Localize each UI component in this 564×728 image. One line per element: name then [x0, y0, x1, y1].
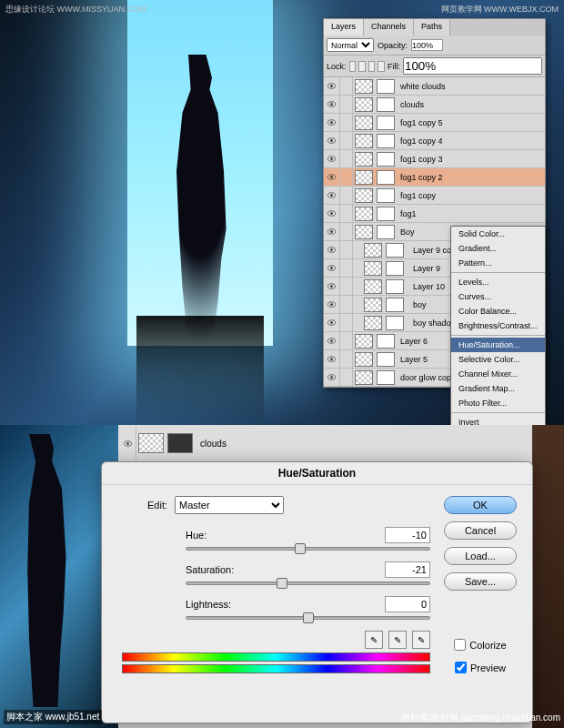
layer-thumb[interactable] [355, 352, 373, 367]
layer-thumb[interactable] [364, 261, 382, 276]
mask-thumb[interactable] [377, 370, 395, 385]
mask-thumb[interactable] [377, 134, 395, 148]
menu-item[interactable]: Brightness/Contrast... [451, 318, 545, 333]
saturation-input[interactable] [385, 561, 430, 578]
tab-layers[interactable]: Layers [324, 19, 364, 35]
mask-thumb[interactable] [377, 79, 395, 94]
visibility-icon[interactable] [324, 187, 340, 204]
layer-row[interactable]: fog1 [324, 205, 545, 223]
load-button[interactable]: Load... [444, 547, 517, 565]
link-column[interactable] [340, 114, 353, 131]
menu-item[interactable]: Channel Mixer... [451, 367, 545, 381]
menu-item[interactable]: Solid Color... [451, 227, 545, 241]
cancel-button[interactable]: Cancel [444, 521, 517, 540]
layer-row[interactable]: clouds [324, 96, 545, 114]
eyedropper-add-icon[interactable]: ✎ [388, 631, 407, 649]
link-column[interactable] [340, 241, 353, 258]
saturation-slider-thumb[interactable] [277, 578, 287, 589]
link-column[interactable] [340, 350, 353, 368]
layer-row[interactable]: fog1 copy [324, 187, 545, 205]
lightness-slider[interactable] [186, 616, 430, 620]
link-column[interactable] [340, 168, 353, 186]
menu-item[interactable]: Color Balance... [451, 304, 545, 318]
visibility-icon[interactable] [324, 96, 340, 113]
visibility-icon[interactable] [324, 332, 340, 349]
hue-input[interactable] [385, 527, 430, 543]
link-column[interactable] [340, 314, 353, 331]
menu-item[interactable]: Hue/Saturation... [451, 338, 545, 352]
menu-item[interactable]: Selective Color... [451, 352, 545, 367]
visibility-icon[interactable] [324, 205, 340, 222]
link-column[interactable] [340, 332, 353, 349]
tab-channels[interactable]: Channels [364, 19, 414, 35]
opacity-input[interactable] [411, 39, 443, 51]
visibility-icon[interactable] [324, 278, 340, 295]
link-column[interactable] [340, 132, 353, 149]
mask-thumb[interactable] [377, 152, 395, 167]
layer-thumb[interactable] [355, 79, 373, 94]
link-column[interactable] [340, 150, 353, 167]
mask-thumb[interactable] [167, 433, 193, 453]
mask-thumb[interactable] [386, 243, 404, 258]
mask-thumb[interactable] [386, 316, 404, 330]
layer-thumb[interactable] [355, 170, 373, 185]
link-column[interactable] [340, 205, 353, 222]
visibility-icon[interactable] [324, 150, 340, 167]
menu-item[interactable]: Curves... [451, 289, 545, 304]
visibility-icon[interactable] [324, 132, 340, 149]
mask-thumb[interactable] [377, 352, 395, 367]
colorize-checkbox[interactable] [454, 639, 466, 651]
mask-thumb[interactable] [386, 279, 404, 294]
mask-thumb[interactable] [377, 188, 395, 203]
lock-all-icon[interactable] [378, 61, 385, 72]
layer-thumb[interactable] [355, 116, 373, 130]
layer-thumb[interactable] [355, 152, 373, 167]
menu-item[interactable]: Gradient Map... [451, 381, 545, 396]
mask-thumb[interactable] [377, 97, 395, 112]
link-column[interactable] [340, 77, 353, 95]
visibility-icon[interactable] [324, 259, 340, 277]
lightness-input[interactable] [385, 596, 430, 612]
eyedropper-subtract-icon[interactable]: ✎ [412, 631, 430, 649]
save-button[interactable]: Save... [444, 572, 517, 591]
hue-slider[interactable] [186, 547, 430, 551]
layer-thumb[interactable] [355, 97, 373, 112]
visibility-icon[interactable] [324, 114, 340, 131]
visibility-icon[interactable] [324, 223, 340, 240]
layer-thumb[interactable] [355, 225, 373, 239]
layer-thumb[interactable] [364, 316, 382, 330]
layer-row[interactable]: fog1 copy 2 [324, 168, 545, 187]
layer-thumb[interactable] [355, 207, 373, 221]
link-column[interactable] [340, 187, 353, 204]
layer-thumb[interactable] [364, 279, 382, 294]
visibility-icon[interactable] [324, 77, 340, 95]
visibility-icon[interactable] [324, 296, 340, 313]
link-column[interactable] [340, 278, 353, 295]
layer-thumb[interactable] [355, 188, 373, 203]
layer-thumb[interactable] [138, 433, 164, 453]
link-column[interactable] [340, 223, 353, 240]
mask-thumb[interactable] [386, 298, 404, 312]
visibility-icon[interactable] [120, 427, 136, 460]
fill-input[interactable] [403, 57, 542, 75]
tab-paths[interactable]: Paths [414, 19, 450, 35]
menu-item[interactable]: Levels... [451, 275, 545, 289]
link-column[interactable] [340, 96, 353, 113]
mask-thumb[interactable] [377, 225, 395, 239]
mask-thumb[interactable] [377, 170, 395, 185]
visibility-icon[interactable] [324, 314, 340, 331]
layer-thumb[interactable] [355, 370, 373, 385]
menu-item[interactable]: Gradient... [451, 241, 545, 256]
visibility-icon[interactable] [324, 168, 340, 186]
visibility-icon[interactable] [324, 369, 340, 386]
layer-thumb[interactable] [364, 298, 382, 312]
edit-select[interactable]: Master [175, 496, 284, 514]
preview-checkbox[interactable] [455, 662, 467, 673]
layer-thumb[interactable] [355, 134, 373, 148]
layer-row[interactable]: white clouds [324, 77, 545, 96]
menu-item[interactable]: Pattern... [451, 256, 545, 270]
eyedropper-icon[interactable]: ✎ [365, 631, 383, 649]
lock-image-icon[interactable] [358, 61, 366, 72]
link-column[interactable] [340, 369, 353, 386]
ok-button[interactable]: OK [444, 496, 517, 514]
